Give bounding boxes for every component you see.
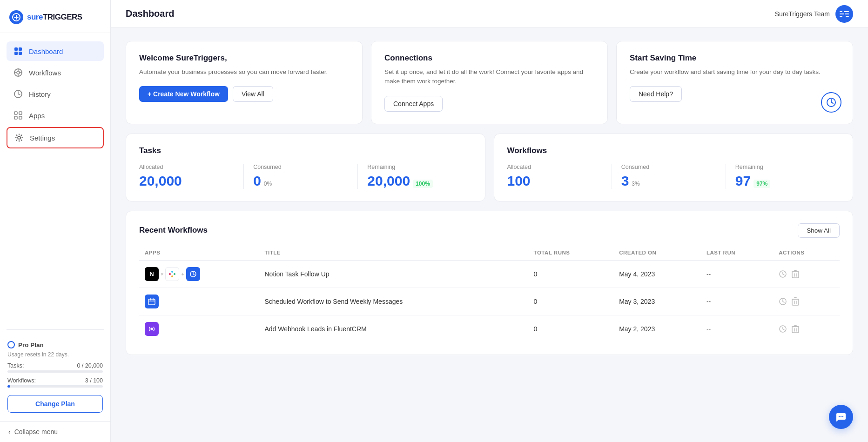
svg-rect-15 [19,116,22,119]
total-runs: 0 [528,260,614,288]
svg-rect-4 [19,52,22,55]
saving-time-card: Start Saving Time Create your workflow a… [616,41,853,124]
svg-rect-13 [19,112,22,114]
connections-card: Connections Set it up once, and let it d… [371,41,608,124]
history-action-icon[interactable] [779,270,787,278]
last-run: -- [701,288,773,315]
col-created-on: CREATED ON [613,246,701,261]
info-cards-row: Welcome SureTriggers, Automate your busi… [126,41,853,124]
history-icon [13,89,23,99]
sidebar-item-label: Workflows [29,69,61,77]
created-on: May 4, 2023 [613,260,701,288]
sidebar-item-apps[interactable]: Apps [7,106,104,125]
sidebar: sureTRIGGERS Dashboard [0,0,111,442]
tasks-allocated: Allocated 20,000 [139,164,244,189]
dashboard-content: Welcome SureTriggers, Automate your busi… [111,28,868,442]
clock-icon [821,92,841,113]
svg-rect-26 [174,273,175,275]
svg-rect-12 [14,112,17,114]
wf-remaining: Remaining 97 97% [735,164,840,189]
table-row: Add Webhook Leads in FluentCRM 0 May 2, … [139,315,840,342]
workflows-progress-bar [7,385,103,388]
sidebar-navigation: Dashboard Workflows [0,33,110,325]
create-workflow-button[interactable]: + Create New Workflow [139,86,228,102]
delete-action-icon[interactable] [792,325,799,333]
col-apps: APPS [139,246,259,261]
connections-card-title: Connections [384,54,594,63]
svg-point-53 [841,416,841,417]
workflows-progress-fill [7,385,10,388]
sidebar-item-history[interactable]: History [7,84,104,104]
created-on: May 2, 2023 [613,315,701,342]
welcome-card-title: Welcome SureTriggers, [139,54,349,63]
page-title: Dashboard [126,8,174,19]
avatar[interactable] [835,5,853,23]
svg-rect-40 [792,299,799,305]
svg-rect-25 [171,271,173,273]
workflows-table: APPS TITLE TOTAL RUNS CREATED ON LAST RU… [139,246,840,342]
svg-rect-22 [845,13,849,14]
welcome-card: Welcome SureTriggers, Automate your busi… [126,41,363,124]
history-action-icon[interactable] [779,297,787,306]
svg-point-45 [151,328,153,329]
topbar: Dashboard SureTriggers Team [111,0,868,28]
tasks-stat-grid: Allocated 20,000 Consumed 0 0% Remaini [139,164,472,189]
tasks-remaining: Remaining 20,000 100% [367,164,471,189]
table-row: N × + [139,260,840,288]
sidebar-divider [7,329,104,330]
sidebar-item-settings[interactable]: Settings [7,127,104,148]
history-action-icon[interactable] [779,325,787,333]
change-plan-button[interactable]: Change Plan [7,395,103,413]
need-help-button[interactable]: Need Help? [630,86,682,102]
workflows-stat-grid: Allocated 100 Consumed 3 3% Remaining [507,164,840,189]
sidebar-item-dashboard[interactable]: Dashboard [7,41,104,61]
col-total-runs: TOTAL RUNS [528,246,614,261]
svg-rect-14 [14,116,17,119]
tasks-consumed-value: 0 0% [253,173,348,189]
tasks-progress-bar [7,370,103,373]
wf-remaining-value: 97 97% [735,173,830,189]
main-content: Dashboard SureTriggers Team Welcome Sure… [111,0,868,442]
collapse-menu-button[interactable]: ‹ Collapse menu [0,421,110,442]
saving-card-actions: Need Help? [630,86,840,102]
workflow-title: Notion Task Follow Up [259,260,528,288]
workflow-icon [13,67,23,78]
recent-workflows-card: Recent Workflows Show All APPS TITLE TOT… [126,211,853,355]
delete-action-icon[interactable] [792,270,799,278]
svg-point-54 [842,416,843,417]
wf-consumed: Consumed 3 3% [621,164,726,189]
col-last-run: LAST RUN [701,246,773,261]
sidebar-item-label: Apps [29,112,45,120]
view-all-button[interactable]: View All [233,86,273,102]
svg-rect-27 [171,275,173,277]
delete-action-icon[interactable] [792,297,799,306]
col-title: TITLE [259,246,528,261]
chat-support-button[interactable] [829,405,853,429]
workflows-stats-card: Workflows Allocated 100 Consumed 3 3% [494,134,854,201]
connect-apps-button[interactable]: Connect Apps [384,96,443,112]
svg-rect-30 [792,272,799,278]
wf-consumed-value: 3 3% [621,173,716,189]
slack-icon [165,267,179,281]
last-run: -- [701,260,773,288]
app-icons: N × + [145,267,254,281]
svg-rect-20 [844,11,849,12]
total-runs: 0 [528,315,614,342]
action-icons [779,325,834,333]
action-icons [779,297,834,306]
stats-row: Tasks Allocated 20,000 Consumed 0 0% [126,134,853,201]
col-actions: ACTIONS [773,246,840,261]
sidebar-item-workflows[interactable]: Workflows [7,63,104,82]
workflows-usage-label: Workflows: 3 / 100 [7,377,103,384]
connections-card-desc: Set it up once, and let it do all the wo… [384,67,594,87]
grid-icon [13,46,23,56]
connections-card-actions: Connect Apps [384,96,594,112]
wf-allocated: Allocated 100 [507,164,612,189]
show-all-button[interactable]: Show All [798,223,840,238]
workflow-title: Add Webhook Leads in FluentCRM [259,315,528,342]
created-on: May 3, 2023 [613,288,701,315]
workflow-title: Scheduled Workflow to Send Weekly Messag… [259,288,528,315]
wf-allocated-value: 100 [507,173,602,189]
app-icons [145,322,254,336]
svg-point-16 [18,136,20,139]
